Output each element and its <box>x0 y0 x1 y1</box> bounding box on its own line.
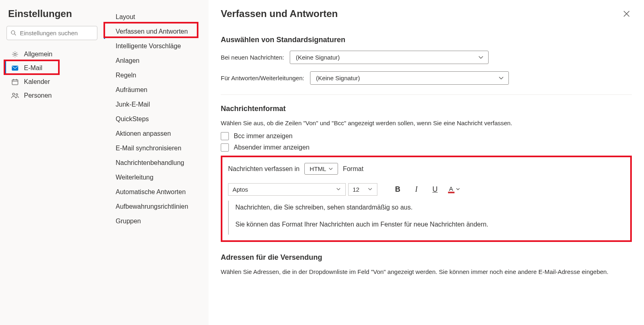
main-panel: Verfassen und Antworten Auswählen von St… <box>209 0 644 325</box>
select-value: Aptos <box>233 186 248 193</box>
signature-section-title: Auswählen von Standardsignaturen <box>221 36 632 44</box>
select-value: 12 <box>353 186 360 193</box>
people-icon <box>11 92 19 99</box>
italic-icon: I <box>415 185 418 194</box>
chevron-down-icon <box>336 188 340 191</box>
bold-button[interactable]: B <box>390 183 406 196</box>
font-size-select[interactable]: 12 <box>348 183 377 196</box>
close-button[interactable] <box>621 9 632 19</box>
chevron-down-icon <box>499 77 504 80</box>
bcc-checkbox[interactable] <box>221 132 229 140</box>
subnav-item-intelligente[interactable]: Intelligente Vorschläge <box>104 39 209 53</box>
svg-point-0 <box>11 31 15 34</box>
svg-point-2 <box>14 53 16 55</box>
divider <box>221 94 632 95</box>
font-toolbar: Aptos 12 B I U A <box>228 183 625 196</box>
settings-mid-panel: Layout Verfassen und Antworten Intellige… <box>104 0 209 325</box>
settings-left-panel: Einstellungen Allgemein E-Mail Kalender … <box>0 0 104 325</box>
select-value: (Keine Signatur) <box>316 75 360 81</box>
chevron-down-icon <box>368 188 372 191</box>
svg-point-9 <box>16 94 17 95</box>
compose-prefix: Nachrichten verfassen in <box>228 165 299 173</box>
subnav-item-aufraeumen[interactable]: Aufräumen <box>104 83 209 97</box>
compose-format-select[interactable]: HTML <box>304 163 338 175</box>
font-color-icon: A <box>448 186 454 193</box>
nav-item-label: Allgemein <box>24 51 52 58</box>
signature-reply-label: Für Antworten/Weiterleitungen: <box>221 75 304 81</box>
nav-item-email[interactable]: E-Mail <box>5 61 99 75</box>
format-section-title: Nachrichtenformat <box>221 105 632 113</box>
signature-new-select[interactable]: (Keine Signatur) <box>290 51 489 64</box>
svg-point-8 <box>13 93 15 95</box>
settings-title: Einstellungen <box>5 8 99 19</box>
subnav-item-weiterleitung[interactable]: Weiterleitung <box>104 170 209 185</box>
svg-rect-3 <box>12 66 18 71</box>
subnav-item-label: Verfassen und Antworten <box>116 28 188 35</box>
search-input[interactable] <box>6 26 97 40</box>
svg-line-1 <box>15 34 16 36</box>
message-preview: Nachrichten, die Sie schreiben, sehen st… <box>228 201 625 235</box>
bcc-checkbox-label: Bcc immer anzeigen <box>234 133 293 140</box>
underline-button[interactable]: U <box>427 183 443 196</box>
compose-format-row: Nachrichten verfassen in HTML Format <box>228 163 625 175</box>
select-value: (Keine Signatur) <box>296 54 340 61</box>
sender-checkbox-label: Absender immer anzeigen <box>234 144 310 151</box>
preview-line-1: Nachrichten, die Sie schreiben, sehen st… <box>235 204 618 211</box>
nav-item-allgemein[interactable]: Allgemein <box>5 47 99 61</box>
select-value: HTML <box>310 165 326 172</box>
sender-checkbox[interactable] <box>221 143 229 152</box>
main-header: Verfassen und Antworten <box>221 8 632 19</box>
search-wrapper <box>5 26 99 40</box>
italic-button[interactable]: I <box>408 183 424 196</box>
close-icon <box>623 10 630 17</box>
subnav-item-layout[interactable]: Layout <box>104 10 209 24</box>
preview-line-2: Sie können das Format Ihrer Nachrichten … <box>235 221 618 228</box>
calendar-icon <box>11 78 19 86</box>
page-title: Verfassen und Antworten <box>221 8 338 19</box>
search-icon <box>11 30 16 36</box>
bcc-checkbox-row: Bcc immer anzeigen <box>221 132 632 140</box>
nav-item-personen[interactable]: Personen <box>5 89 99 103</box>
mail-icon <box>11 65 19 71</box>
subnav-item-sync[interactable]: E-Mail synchronisieren <box>104 141 209 156</box>
subnav-item-junk[interactable]: Junk-E-Mail <box>104 97 209 112</box>
nav-item-kalender[interactable]: Kalender <box>5 75 99 89</box>
address-description: Wählen Sie Adressen, die in der Dropdown… <box>221 268 632 275</box>
nav-item-label: Kalender <box>24 78 50 86</box>
nav-item-label: Personen <box>24 92 52 99</box>
gear-icon <box>11 51 19 58</box>
subnav-item-quicksteps[interactable]: QuickSteps <box>104 112 209 126</box>
svg-rect-4 <box>12 80 18 85</box>
subnav-item-behandlung[interactable]: Nachrichtenbehandlung <box>104 156 209 170</box>
subnav-item-gruppen[interactable]: Gruppen <box>104 214 209 229</box>
font-color-button[interactable]: A <box>446 183 462 196</box>
font-name-select[interactable]: Aptos <box>228 183 346 196</box>
subnav-item-auto-antworten[interactable]: Automatische Antworten <box>104 185 209 199</box>
signature-reply-select[interactable]: (Keine Signatur) <box>310 71 509 85</box>
highlighted-format-area: Nachrichten verfassen in HTML Format Apt… <box>221 156 632 242</box>
nav-item-label: E-Mail <box>24 64 42 72</box>
chevron-down-icon <box>329 167 333 170</box>
compose-suffix: Format <box>343 165 364 173</box>
chevron-down-icon <box>456 188 460 190</box>
signature-new-row: Bei neuen Nachrichten: (Keine Signatur) <box>221 51 632 64</box>
signature-new-label: Bei neuen Nachrichten: <box>221 54 284 61</box>
underline-icon: U <box>433 185 438 194</box>
signature-reply-row: Für Antworten/Weiterleitungen: (Keine Si… <box>221 71 632 85</box>
sender-checkbox-row: Absender immer anzeigen <box>221 143 632 152</box>
subnav-item-regeln[interactable]: Regeln <box>104 68 209 83</box>
subnav-item-aufbewahrung[interactable]: Aufbewahrungsrichtlinien <box>104 199 209 214</box>
address-section-title: Adressen für die Versendung <box>221 253 632 262</box>
subnav-item-anlagen[interactable]: Anlagen <box>104 53 209 68</box>
bold-icon: B <box>395 185 401 194</box>
chevron-down-icon <box>478 56 483 59</box>
subnav-item-aktionen[interactable]: Aktionen anpassen <box>104 126 209 141</box>
subnav-item-verfassen[interactable]: Verfassen und Antworten <box>104 24 209 39</box>
format-description: Wählen Sie aus, ob die Zeilen "Von" und … <box>221 120 632 126</box>
